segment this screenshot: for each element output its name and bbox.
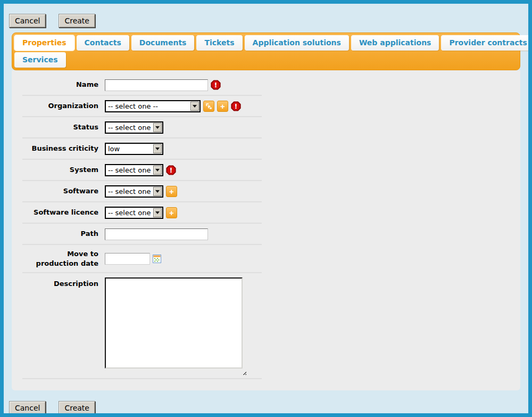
plus-icon: + — [169, 209, 174, 217]
top-toolbar: Cancel Create — [4, 4, 528, 28]
tab-services[interactable]: Services — [14, 52, 66, 68]
add-organization-button[interactable]: + — [217, 101, 228, 112]
mandatory-error-icon: ! — [211, 80, 221, 90]
business-criticity-select[interactable]: low — [105, 143, 163, 155]
dropdown-arrow-icon — [153, 208, 162, 217]
selected-value: -- select one -- — [106, 166, 153, 174]
field-label: Software — [22, 186, 105, 196]
description-textarea[interactable] — [105, 277, 243, 369]
dropdown-arrow-icon — [190, 102, 199, 111]
hierarchy-icon — [205, 103, 212, 110]
selected-value: -- select one -- — [106, 102, 190, 110]
tab-web-applications[interactable]: Web applications — [351, 35, 439, 51]
plus-icon: + — [220, 102, 225, 110]
plus-icon: + — [169, 187, 174, 195]
path-input[interactable] — [105, 228, 208, 240]
org-hierarchy-button[interactable] — [203, 101, 214, 112]
dropdown-arrow-icon — [153, 144, 162, 153]
field-row-name: Name ! — [22, 75, 262, 96]
tab-tickets[interactable]: Tickets — [196, 35, 242, 51]
properties-form: Name ! Organization -- select one -- — [22, 75, 262, 379]
tab-row-1: Properties Contacts Documents Tickets Ap… — [13, 34, 519, 51]
field-label: Path — [22, 229, 105, 239]
field-row-software-licence: Software licence -- select one -- + — [22, 202, 262, 224]
field-row-business-criticity: Business criticity low — [22, 138, 262, 160]
software-licence-select[interactable]: -- select one -- — [105, 207, 163, 219]
field-row-software: Software -- select one -- + — [22, 181, 262, 202]
field-row-system: System -- select one -- ! — [22, 160, 262, 181]
cancel-button[interactable]: Cancel — [9, 401, 46, 413]
field-row-path: Path — [22, 224, 262, 245]
field-row-description: Description — [22, 273, 262, 379]
dropdown-arrow-icon — [153, 123, 162, 132]
tab-contacts[interactable]: Contacts — [77, 35, 129, 51]
mandatory-error-icon: ! — [231, 101, 241, 111]
create-button[interactable]: Create — [59, 401, 95, 413]
bottom-toolbar: Cancel Create — [4, 401, 528, 413]
field-label: Software licence — [22, 208, 105, 217]
create-button[interactable]: Create — [59, 14, 95, 28]
field-row-move-to-production-date: Move to production date — [22, 245, 262, 273]
field-label: Description — [22, 277, 105, 289]
selected-value: -- select one -- — [106, 209, 153, 217]
field-label: Organization — [22, 101, 105, 111]
field-label: Business criticity — [22, 144, 105, 153]
creation-form-page: Cancel Create Properties Contacts Docume… — [4, 4, 528, 413]
resize-handle-icon[interactable] — [241, 370, 246, 375]
properties-panel: Name ! Organization -- select one -- — [12, 70, 520, 390]
add-software-licence-button[interactable]: + — [166, 207, 177, 218]
tab-application-solutions[interactable]: Application solutions — [245, 35, 349, 51]
selected-value: low — [106, 145, 153, 153]
calendar-icon — [153, 255, 161, 263]
cancel-button[interactable]: Cancel — [9, 14, 46, 28]
name-input[interactable] — [105, 79, 208, 91]
calendar-picker-button[interactable] — [153, 255, 161, 263]
add-software-button[interactable]: + — [166, 186, 177, 197]
dropdown-arrow-icon — [153, 187, 162, 196]
tab-row-2: Services — [13, 51, 519, 68]
selected-value: -- select one -- — [106, 187, 153, 195]
field-label: Name — [22, 80, 105, 89]
status-select[interactable]: -- select one -- — [105, 121, 163, 134]
selected-value: -- select one -- — [106, 124, 153, 132]
mandatory-error-icon: ! — [166, 165, 176, 175]
tab-documents[interactable]: Documents — [131, 35, 195, 51]
field-label: Move to production date — [22, 249, 105, 268]
move-to-production-date-input[interactable] — [105, 253, 150, 265]
tab-strip: Properties Contacts Documents Tickets Ap… — [12, 32, 520, 70]
tab-provider-contracts[interactable]: Provider contracts — [441, 35, 528, 51]
field-row-status: Status -- select one -- — [22, 117, 262, 138]
organization-select[interactable]: -- select one -- — [105, 100, 201, 112]
software-select[interactable]: -- select one -- — [105, 185, 163, 198]
tab-properties[interactable]: Properties — [14, 35, 74, 51]
dropdown-arrow-icon — [153, 166, 162, 175]
field-label: System — [22, 165, 105, 175]
field-row-organization: Organization -- select one -- — [22, 96, 262, 117]
field-label: Status — [22, 122, 105, 132]
system-select[interactable]: -- select one -- — [105, 164, 163, 176]
